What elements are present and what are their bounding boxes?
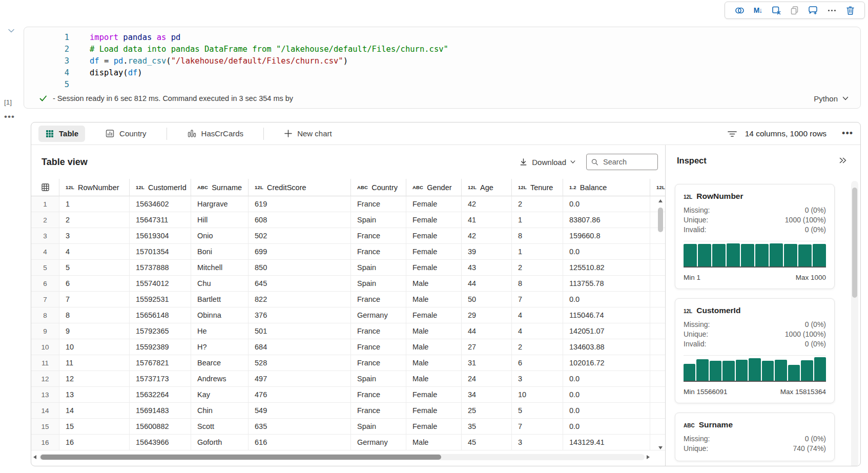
column-header-partial[interactable]: 12L	[650, 179, 665, 196]
tab-table[interactable]: Table	[38, 126, 85, 142]
histogram-bar	[696, 359, 708, 381]
scroll-left-arrow-icon[interactable]	[33, 455, 36, 459]
inspect-card-title: 12LCustomerId	[684, 306, 826, 315]
grid-vertical-scrollbar[interactable]	[657, 198, 664, 450]
table-row: 9915792365He501FranceMale444142051.07	[31, 323, 665, 339]
column-header-age[interactable]: 12LAge	[462, 179, 512, 196]
column-type-badge: 12L	[684, 309, 692, 314]
table-cell: 143129.41	[563, 435, 650, 450]
column-header-creditscore[interactable]: 12LCreditScore	[249, 179, 351, 196]
code-text: df = pd.read_csv("/lakehouse/default/Fil…	[90, 55, 348, 67]
tab-hascrcards[interactable]: HasCrCards	[180, 125, 251, 142]
output-more-icon[interactable]: •••	[842, 128, 853, 139]
table-cell: 635	[249, 419, 351, 435]
table-cell: Chin	[191, 403, 249, 419]
search-input[interactable]	[602, 157, 653, 167]
column-header-tenure[interactable]: 12LTenure	[512, 179, 563, 196]
grid-vscroll-thumb[interactable]	[658, 208, 663, 232]
table-cell: H?	[191, 339, 249, 355]
download-label: Download	[532, 158, 566, 167]
max-value: Max 1000	[796, 274, 826, 281]
table-cell: 616	[249, 435, 351, 450]
grid-horizontal-scrollbar[interactable]	[31, 453, 665, 461]
filter-icon[interactable]	[727, 128, 738, 139]
chevron-down-icon	[570, 159, 576, 165]
column-header-country[interactable]: ABCCountry	[351, 179, 406, 196]
tab-country[interactable]: Country	[98, 125, 153, 142]
table-cell: 8	[512, 228, 563, 244]
cell-collapse-chevron-icon[interactable]	[6, 26, 16, 36]
copy-icon[interactable]	[789, 5, 800, 16]
tab-separator	[167, 128, 167, 140]
table-cell: 2	[512, 260, 563, 276]
tab-label: New chart	[297, 129, 332, 138]
table-cell: Chu	[191, 276, 249, 292]
table-row: 131315632264Kay476FranceFemale34100.0	[31, 387, 665, 403]
table-cell: 822	[249, 292, 351, 307]
copilot-icon[interactable]	[734, 5, 745, 16]
table-cell: 15737888	[130, 260, 191, 276]
cell-more-icon[interactable]: •••	[4, 112, 15, 122]
row-number-cell: 4	[31, 244, 59, 260]
grid-hscroll-thumb[interactable]	[40, 455, 441, 460]
table-row: 2215647311Hill608SpainFemale41183807.86	[31, 212, 665, 228]
inspect-card-stats: Missing:0 (0%)Unique:1000 (100%)Invalid:…	[684, 320, 826, 349]
column-type-badge: 12L	[255, 184, 263, 190]
add-comment-icon[interactable]	[808, 5, 819, 16]
more-icon[interactable]	[826, 5, 837, 16]
table-cell: 25	[462, 403, 512, 419]
table-cell: Hargrave	[191, 196, 249, 212]
histogram-bar	[684, 364, 695, 381]
column-header-gender[interactable]: ABCGender	[406, 179, 462, 196]
table-cell: Obinna	[191, 307, 249, 323]
code-line: 1import pandas as pd	[24, 32, 860, 44]
table-cell: 27	[462, 339, 512, 355]
table-cell: 43	[462, 260, 512, 276]
table-cell: 15632264	[130, 387, 191, 403]
table-cell: 11	[59, 355, 130, 371]
table-row: 1115634602Hargrave619FranceFemale4220.0	[31, 196, 665, 212]
success-check-icon	[38, 94, 48, 103]
table-cell: Male	[406, 371, 462, 387]
table-cell: Spain	[351, 212, 406, 228]
language-selector[interactable]: Python	[814, 94, 849, 103]
code-cell[interactable]: 1import pandas as pd2# Load data into pa…	[24, 27, 861, 109]
table-cell: Female	[406, 228, 462, 244]
column-header-customerid[interactable]: 12LCustomerId	[130, 179, 191, 196]
collapse-panel-icon[interactable]	[838, 155, 848, 166]
table-cell: 2	[59, 212, 130, 228]
table-cell: 4	[59, 244, 130, 260]
table-cell: 15767821	[130, 355, 191, 371]
row-number-cell: 7	[31, 292, 59, 307]
table-cell: Germany	[351, 307, 406, 323]
stat-label: Missing:	[684, 205, 710, 215]
clear-output-icon[interactable]	[771, 5, 782, 16]
column-type-badge: ABC	[684, 423, 695, 428]
column-header-balance[interactable]: 1.2Balance	[563, 179, 650, 196]
inspect-scrollbar[interactable]	[851, 181, 858, 466]
execution-count: [1]	[4, 98, 12, 106]
histogram-bar	[698, 244, 711, 266]
tab-new-chart[interactable]: New chart	[277, 126, 339, 141]
table-cell: 6	[59, 276, 130, 292]
table-cell: 102016.72	[563, 355, 650, 371]
table-cell: France	[351, 292, 406, 307]
column-header-rownumber[interactable]: 12LRowNumber	[59, 179, 130, 196]
scroll-right-arrow-icon[interactable]	[647, 455, 650, 459]
code-lines[interactable]: 1import pandas as pd2# Load data into pa…	[24, 27, 860, 91]
scroll-down-arrow-icon[interactable]	[658, 446, 663, 449]
table-cell: 2	[512, 196, 563, 212]
download-button[interactable]: Download	[519, 157, 576, 167]
search-icon	[591, 158, 598, 166]
inspect-scroll-thumb[interactable]	[852, 188, 857, 298]
table-cell: 376	[249, 307, 351, 323]
histogram-bar	[684, 244, 697, 266]
scroll-up-arrow-icon[interactable]	[658, 199, 663, 202]
markdown-down-icon[interactable]: M↓	[752, 5, 763, 16]
column-type-badge: 12L	[684, 194, 692, 200]
column-header-surname[interactable]: ABCSurname	[191, 179, 249, 196]
column-name: RowNumber	[78, 183, 119, 192]
delete-icon[interactable]	[844, 5, 856, 16]
table-cell: 15643966	[130, 435, 191, 450]
table-cell: Bearce	[191, 355, 249, 371]
